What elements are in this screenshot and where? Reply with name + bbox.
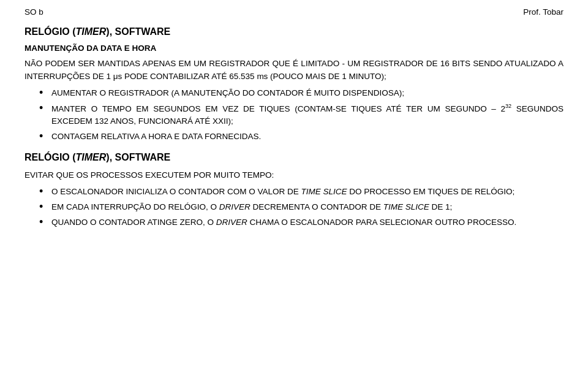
section1-paragraph1: NÃO PODEM SER MANTIDAS APENAS EM UM REGI… bbox=[24, 58, 564, 83]
bullet-item: • QUANDO O CONTADOR ATINGE ZERO, O DRIVE… bbox=[39, 216, 564, 229]
section1: RELÓGIO (TIMER), SOFTWARE MANUTENÇÃO DA … bbox=[24, 26, 564, 143]
bullet-dot: • bbox=[39, 200, 49, 214]
bullet-item: • O ESCALONADOR INICIALIZA O CONTADOR CO… bbox=[39, 186, 564, 199]
page: SO b Prof. Tobar RELÓGIO (TIMER), SOFTWA… bbox=[0, 0, 588, 380]
bullet-dot: • bbox=[39, 185, 49, 199]
bullet-text: MANTER O TEMPO EM SEGUNDOS EM VEZ DE TIQ… bbox=[51, 102, 564, 128]
bullet-text: EM CADA INTERRUPÇÃO DO RELÓGIO, O DRIVER… bbox=[51, 201, 564, 214]
bullet-text: AUMENTAR O REGISTRADOR (A MANUTENÇÃO DO … bbox=[51, 87, 564, 100]
section1-subtitle: MANUTENÇÃO DA DATA E HORA bbox=[24, 44, 564, 53]
section1-bullets: • AUMENTAR O REGISTRADOR (A MANUTENÇÃO D… bbox=[39, 87, 564, 143]
bullet-dot: • bbox=[39, 86, 49, 100]
bullet-text: QUANDO O CONTADOR ATINGE ZERO, O DRIVER … bbox=[51, 216, 564, 229]
section2-intro: EVITAR QUE OS PROCESSOS EXECUTEM POR MUI… bbox=[24, 169, 564, 182]
bullet-text: CONTAGEM RELATIVA A HORA E DATA FORNECID… bbox=[51, 131, 564, 143]
bullet-dot: • bbox=[39, 102, 49, 115]
bullet-text: O ESCALONADOR INICIALIZA O CONTADOR COM … bbox=[51, 186, 564, 199]
bullet-item: • CONTAGEM RELATIVA A HORA E DATA FORNEC… bbox=[39, 131, 564, 143]
bullet-item: • EM CADA INTERRUPÇÃO DO RELÓGIO, O DRIV… bbox=[39, 201, 564, 214]
bullet-dot: • bbox=[39, 130, 49, 143]
section2-title: RELÓGIO (TIMER), SOFTWARE bbox=[24, 152, 564, 163]
section2-bullets: • O ESCALONADOR INICIALIZA O CONTADOR CO… bbox=[39, 186, 564, 229]
section2: RELÓGIO (TIMER), SOFTWARE EVITAR QUE OS … bbox=[24, 152, 564, 229]
header-left: SO b bbox=[24, 7, 43, 17]
section1-title: RELÓGIO (TIMER), SOFTWARE bbox=[24, 26, 564, 37]
header-right: Prof. Tobar bbox=[523, 7, 564, 17]
bullet-item: • AUMENTAR O REGISTRADOR (A MANUTENÇÃO D… bbox=[39, 87, 564, 100]
header: SO b Prof. Tobar bbox=[24, 7, 564, 17]
bullet-item: • MANTER O TEMPO EM SEGUNDOS EM VEZ DE T… bbox=[39, 102, 564, 128]
bullet-dot: • bbox=[39, 216, 49, 229]
